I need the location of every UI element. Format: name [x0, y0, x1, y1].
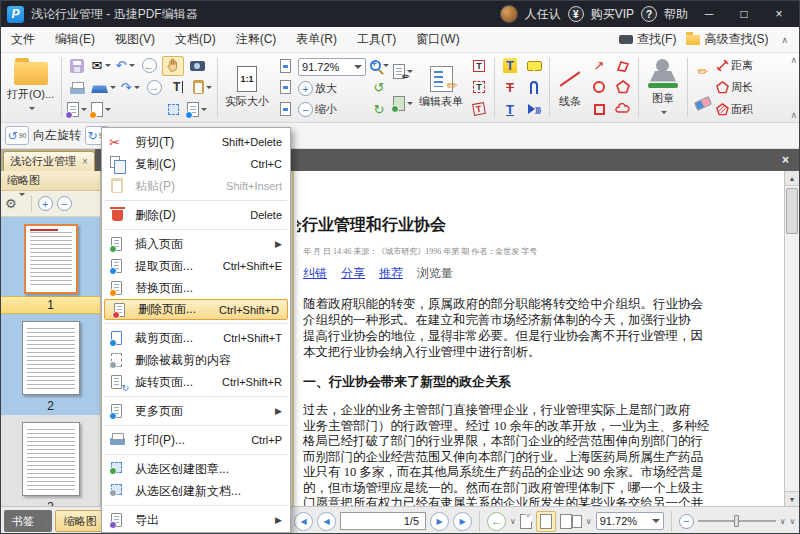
edit-content-button[interactable]: [186, 99, 208, 119]
fit-width-button[interactable]: [274, 56, 296, 76]
link-correct[interactable]: 纠错: [303, 265, 327, 282]
measure-area-button[interactable]: 面积: [716, 102, 753, 117]
previous-page-button[interactable]: ◀: [317, 512, 336, 531]
select-text-button[interactable]: T: [167, 77, 189, 97]
previous-view-button[interactable]: ←: [138, 56, 160, 76]
vertical-scrollbar[interactable]: ▲ ▼: [784, 171, 799, 506]
thumb-zoom-out-button[interactable]: −: [57, 196, 72, 211]
thumbnail-page-1[interactable]: 1: [1, 217, 100, 314]
next-view-button[interactable]: →: [143, 77, 165, 97]
highlight-text-button[interactable]: T: [499, 56, 521, 76]
menu-form[interactable]: 表单(R): [286, 31, 347, 48]
zoom-slider[interactable]: [698, 520, 776, 522]
line-tool-button[interactable]: 线条: [553, 55, 587, 120]
snapshot-button[interactable]: [186, 56, 208, 76]
status-chevron-1-icon[interactable]: ∨: [780, 517, 786, 526]
menu-item-delete-cropped-content[interactable]: 删除被裁剪的内容: [102, 349, 290, 371]
close-button[interactable]: ×: [765, 7, 793, 21]
find-button[interactable]: 查找(F): [619, 31, 676, 48]
options-gear-icon[interactable]: ⚙: [5, 196, 25, 211]
single-page-icon[interactable]: [520, 514, 532, 529]
export-document-button[interactable]: [66, 99, 88, 119]
rotate-left-90-icon[interactable]: ↺90: [5, 126, 29, 145]
new-document-button[interactable]: [90, 99, 112, 119]
user-avatar[interactable]: [500, 5, 518, 23]
square-tool-button[interactable]: [588, 99, 610, 119]
help-button[interactable]: 帮助: [664, 6, 688, 23]
rotate-left-label[interactable]: 向左旋转: [33, 127, 81, 144]
menu-item-rotate-pages[interactable]: ↻ 旋转页面... Ctrl+Shift+R: [102, 371, 290, 393]
menu-item-more-pages[interactable]: 更多页面 ▶: [102, 400, 290, 422]
print-button[interactable]: [66, 77, 88, 97]
undo-button[interactable]: ↶: [114, 56, 136, 76]
menu-item-delete-pages[interactable]: 删除页面... Ctrl+Shift+D: [104, 299, 288, 320]
advanced-find-button[interactable]: 高级查找(S): [686, 31, 768, 48]
menu-item-export[interactable]: 导出 ▶: [102, 509, 290, 531]
last-page-button[interactable]: ▶: [453, 512, 472, 531]
polyline-tool-button[interactable]: [612, 56, 634, 76]
next-page-button[interactable]: ▶: [430, 512, 449, 531]
arrow-tool-button[interactable]: ↗: [588, 56, 610, 76]
underline-text-button[interactable]: T: [499, 99, 521, 119]
edit-form-button[interactable]: ✏ 编辑表单: [415, 55, 467, 120]
measure-perimeter-button[interactable]: 周长: [716, 80, 753, 95]
menu-item-create-document-from-selection[interactable]: 从选区创建新文档...: [102, 480, 290, 502]
menu-comment[interactable]: 注释(C): [226, 31, 287, 48]
rotate-cw-button[interactable]: ↻: [368, 99, 390, 119]
menu-tools[interactable]: 工具(T): [347, 31, 406, 48]
tab-close-icon[interactable]: ×: [82, 156, 88, 167]
previous-view-status-button[interactable]: ←: [487, 512, 506, 531]
slider-zoom-out-button[interactable]: −: [679, 514, 694, 529]
text-box-button[interactable]: T: [468, 56, 490, 76]
menu-item-create-stamp-from-selection[interactable]: 从选区创建图章...: [102, 458, 290, 480]
menu-edit[interactable]: 编辑(E): [45, 31, 105, 48]
pentagon-tool-button[interactable]: [612, 77, 634, 97]
menu-item-print[interactable]: 打印(P)... Ctrl+P: [102, 429, 290, 451]
thumbnail-page-2[interactable]: 2: [1, 314, 100, 415]
document-tab[interactable]: 浅论行业管理 ×: [3, 151, 95, 171]
typewriter-button[interactable]: T: [468, 77, 490, 97]
strikeout-text-button[interactable]: T: [499, 77, 521, 97]
page-number-input[interactable]: 1/5: [340, 512, 426, 530]
scroll-up-icon[interactable]: ▲: [785, 171, 799, 186]
menu-document[interactable]: 文档(D): [165, 31, 226, 48]
first-page-button[interactable]: ◀: [294, 512, 313, 531]
scroll-down-icon[interactable]: ▼: [785, 491, 799, 506]
redo-button[interactable]: ↷: [119, 77, 141, 97]
scrollbar-thumb[interactable]: [786, 188, 798, 234]
user-name[interactable]: 人任认: [525, 6, 561, 23]
sticky-note-button[interactable]: [523, 56, 545, 76]
callout-button[interactable]: T: [468, 99, 490, 119]
menu-item-cut[interactable]: ✂ 剪切(T) Shift+Delete: [102, 131, 290, 153]
attach-file-button[interactable]: [523, 77, 545, 97]
pencil-tool-button[interactable]: ✏: [692, 61, 714, 81]
menu-item-delete[interactable]: 删除(D) Delete: [102, 204, 290, 226]
collapse-menubar-icon[interactable]: ∧: [778, 35, 791, 45]
clipboard-button[interactable]: [191, 77, 213, 97]
buy-vip-button[interactable]: 购买VIP: [591, 6, 634, 23]
menu-item-copy[interactable]: 复制(C) Ctrl+C: [102, 153, 290, 175]
add-sound-button[interactable]: ))): [523, 99, 545, 119]
status-zoom-combo[interactable]: 91.72%: [596, 512, 664, 530]
toolbar-zoom-combo[interactable]: 91.72%: [298, 58, 366, 76]
fit-width-status-button[interactable]: [536, 511, 556, 532]
page-layout-chevron-icon[interactable]: ∨: [586, 517, 592, 526]
fit-visible-button[interactable]: [274, 99, 296, 119]
view-history-chevron-icon[interactable]: ∨: [510, 517, 516, 526]
slider-track[interactable]: [698, 520, 776, 522]
save-button[interactable]: [66, 56, 88, 76]
slider-thumb[interactable]: [734, 515, 739, 527]
fit-page-button[interactable]: [274, 77, 296, 97]
zoom-in-button[interactable]: + 放大: [298, 81, 366, 96]
add-image-button[interactable]: [392, 94, 414, 114]
status-chevron-2-icon[interactable]: ∨: [790, 517, 796, 526]
two-page-icon-a[interactable]: [560, 514, 572, 529]
stamp-button[interactable]: 图章: [642, 55, 684, 120]
scan-button[interactable]: [90, 77, 117, 97]
menu-item-replace-pages[interactable]: 替换页面...: [102, 277, 290, 299]
email-button[interactable]: ✉: [90, 56, 112, 76]
rotate-ccw-button[interactable]: ↺: [368, 77, 390, 97]
measure-distance-button[interactable]: 距离: [716, 58, 753, 73]
bookmarks-tab[interactable]: 书签 ∧: [4, 510, 52, 532]
menu-view[interactable]: 视图(V): [105, 31, 165, 48]
